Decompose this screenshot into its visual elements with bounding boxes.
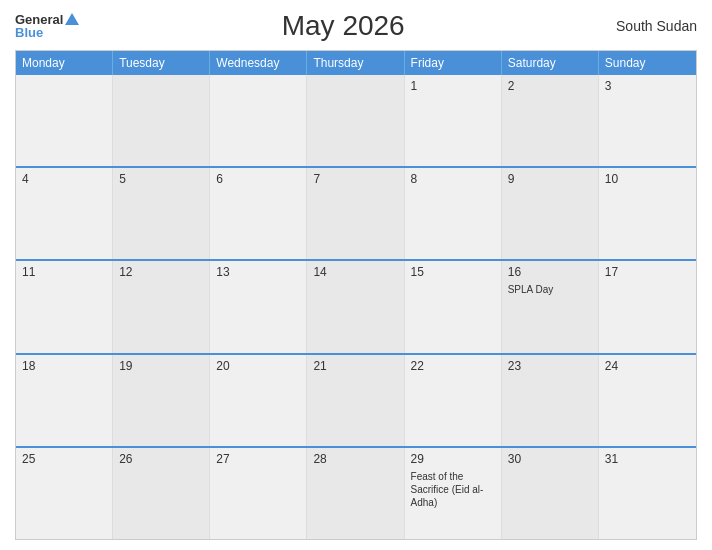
day-25: 25 (22, 452, 106, 466)
calendar-header-row: Monday Tuesday Wednesday Thursday Friday… (16, 51, 696, 75)
day-31: 31 (605, 452, 690, 466)
day-20: 20 (216, 359, 300, 373)
cell-w3-mon: 11 (16, 261, 113, 352)
day-1: 1 (411, 79, 495, 93)
cell-w4-mon: 18 (16, 355, 113, 446)
cell-w5-sat: 30 (502, 448, 599, 539)
day-13: 13 (216, 265, 300, 279)
calendar: Monday Tuesday Wednesday Thursday Friday… (15, 50, 697, 540)
day-21: 21 (313, 359, 397, 373)
week-4: 18 19 20 21 22 23 24 (16, 353, 696, 446)
cell-w3-sun: 17 (599, 261, 696, 352)
calendar-body: 1 2 3 4 5 6 (16, 75, 696, 539)
cell-w3-fri: 15 (405, 261, 502, 352)
header-saturday: Saturday (502, 51, 599, 75)
cell-w3-tue: 12 (113, 261, 210, 352)
week-1: 1 2 3 (16, 75, 696, 166)
day-30: 30 (508, 452, 592, 466)
cell-w1-tue (113, 75, 210, 166)
day-3: 3 (605, 79, 690, 93)
day-26: 26 (119, 452, 203, 466)
header-friday: Friday (405, 51, 502, 75)
day-2: 2 (508, 79, 592, 93)
cell-w2-mon: 4 (16, 168, 113, 259)
cell-w5-tue: 26 (113, 448, 210, 539)
event-spla-day: SPLA Day (508, 283, 592, 296)
day-8: 8 (411, 172, 495, 186)
cell-w3-sat: 16 SPLA Day (502, 261, 599, 352)
cell-w2-fri: 8 (405, 168, 502, 259)
cell-w3-wed: 13 (210, 261, 307, 352)
day-10: 10 (605, 172, 690, 186)
cell-w2-sat: 9 (502, 168, 599, 259)
country-label: South Sudan (607, 18, 697, 34)
day-6: 6 (216, 172, 300, 186)
day-17: 17 (605, 265, 690, 279)
day-24: 24 (605, 359, 690, 373)
cell-w1-sat: 2 (502, 75, 599, 166)
cell-w2-tue: 5 (113, 168, 210, 259)
header-tuesday: Tuesday (113, 51, 210, 75)
day-18: 18 (22, 359, 106, 373)
day-11: 11 (22, 265, 106, 279)
day-7: 7 (313, 172, 397, 186)
cell-w1-mon (16, 75, 113, 166)
day-29: 29 (411, 452, 495, 466)
cell-w4-fri: 22 (405, 355, 502, 446)
day-15: 15 (411, 265, 495, 279)
header-wednesday: Wednesday (210, 51, 307, 75)
cell-w4-thu: 21 (307, 355, 404, 446)
cell-w5-fri: 29 Feast of the Sacrifice (Eid al-Adha) (405, 448, 502, 539)
event-eid-al-adha: Feast of the Sacrifice (Eid al-Adha) (411, 470, 495, 509)
page: General Blue May 2026 South Sudan Monday… (0, 0, 712, 550)
cell-w5-sun: 31 (599, 448, 696, 539)
logo: General Blue (15, 13, 79, 39)
header-sunday: Sunday (599, 51, 696, 75)
week-5: 25 26 27 28 29 Feast of the Sacrifice (E… (16, 446, 696, 539)
cell-w2-wed: 6 (210, 168, 307, 259)
header-monday: Monday (16, 51, 113, 75)
day-28: 28 (313, 452, 397, 466)
cell-w5-thu: 28 (307, 448, 404, 539)
day-16: 16 (508, 265, 592, 279)
cell-w4-wed: 20 (210, 355, 307, 446)
cell-w1-wed (210, 75, 307, 166)
day-22: 22 (411, 359, 495, 373)
week-3: 11 12 13 14 15 16 SPLA Day (16, 259, 696, 352)
cell-w5-mon: 25 (16, 448, 113, 539)
cell-w2-sun: 10 (599, 168, 696, 259)
cell-w5-wed: 27 (210, 448, 307, 539)
cell-w2-thu: 7 (307, 168, 404, 259)
cell-w3-thu: 14 (307, 261, 404, 352)
day-5: 5 (119, 172, 203, 186)
cell-w4-sat: 23 (502, 355, 599, 446)
header-thursday: Thursday (307, 51, 404, 75)
day-14: 14 (313, 265, 397, 279)
logo-triangle-icon (65, 13, 79, 25)
cell-w1-sun: 3 (599, 75, 696, 166)
cell-w1-fri: 1 (405, 75, 502, 166)
cell-w1-thu (307, 75, 404, 166)
cell-w4-sun: 24 (599, 355, 696, 446)
day-27: 27 (216, 452, 300, 466)
header: General Blue May 2026 South Sudan (15, 10, 697, 42)
day-12: 12 (119, 265, 203, 279)
day-9: 9 (508, 172, 592, 186)
day-4: 4 (22, 172, 106, 186)
day-19: 19 (119, 359, 203, 373)
day-23: 23 (508, 359, 592, 373)
week-2: 4 5 6 7 8 9 10 (16, 166, 696, 259)
calendar-title: May 2026 (79, 10, 607, 42)
logo-blue-text: Blue (15, 26, 43, 39)
cell-w4-tue: 19 (113, 355, 210, 446)
